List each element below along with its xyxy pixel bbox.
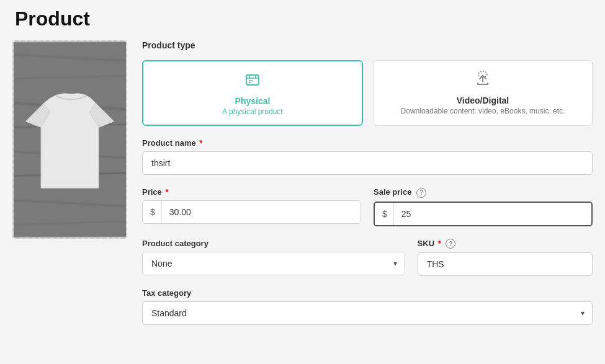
- product-name-section: Product name *: [142, 138, 593, 175]
- tax-select-wrap: Standard Reduced Zero ▾: [142, 301, 593, 325]
- product-type-row: Physical A physical product Vi: [142, 60, 593, 126]
- sku-section: SKU * ?: [418, 239, 593, 277]
- sale-price-input-wrap: $: [374, 202, 593, 226]
- type-card-digital[interactable]: Video/Digital Downloadable content: vide…: [373, 60, 593, 126]
- tax-section: Tax category Standard Reduced Zero ▾: [142, 288, 593, 325]
- sale-price-label: Sale price ?: [374, 187, 593, 198]
- tax-select[interactable]: Standard Reduced Zero: [143, 302, 592, 324]
- product-type-label: Product type: [142, 40, 593, 50]
- svg-rect-11: [246, 75, 259, 85]
- digital-title: Video/Digital: [457, 95, 509, 105]
- cat-sku-row: Product category None T-Shirts Tops Appa…: [142, 239, 593, 277]
- required-star-sku: *: [436, 239, 441, 248]
- price-section: Price * $: [142, 187, 361, 226]
- product-name-label: Product name *: [142, 138, 593, 148]
- category-label: Product category: [142, 239, 405, 248]
- sale-price-input[interactable]: [394, 203, 591, 225]
- tax-label: Tax category: [142, 288, 593, 298]
- sale-price-section: Sale price ? $: [374, 187, 593, 226]
- page-title: Product: [0, 0, 605, 40]
- required-star-name: *: [197, 138, 203, 148]
- price-row: Price * $ Sale price ? $: [142, 187, 593, 226]
- physical-icon: [244, 71, 261, 92]
- sku-input[interactable]: [418, 252, 593, 276]
- sku-info-icon[interactable]: ?: [446, 239, 455, 249]
- price-input-wrap: $: [142, 200, 361, 224]
- category-select[interactable]: None T-Shirts Tops Apparel: [143, 252, 405, 275]
- sale-price-currency: $: [375, 203, 394, 225]
- form-panel: Product type: [127, 40, 593, 325]
- type-card-physical[interactable]: Physical A physical product: [142, 60, 363, 126]
- price-label: Price *: [142, 187, 361, 197]
- category-select-wrap: None T-Shirts Tops Apparel ▾: [142, 252, 405, 275]
- digital-icon: [474, 71, 491, 92]
- digital-subtitle: Downloadable content: video, eBooks, mus…: [401, 107, 565, 115]
- page-container: Product: [0, 0, 605, 344]
- required-star-price: *: [163, 187, 169, 197]
- physical-subtitle: A physical product: [222, 107, 282, 116]
- physical-title: Physical: [235, 96, 271, 106]
- category-section: Product category None T-Shirts Tops Appa…: [142, 239, 405, 277]
- product-image[interactable]: [12, 40, 127, 239]
- product-type-section: Product type: [142, 40, 593, 126]
- sale-price-info-icon[interactable]: ?: [416, 188, 426, 198]
- product-image-placeholder: [14, 42, 126, 237]
- price-input[interactable]: [162, 201, 361, 223]
- price-currency: $: [143, 201, 162, 223]
- product-name-input[interactable]: [142, 151, 593, 175]
- sku-label: SKU * ?: [418, 239, 593, 249]
- content-area: Product type: [0, 40, 605, 325]
